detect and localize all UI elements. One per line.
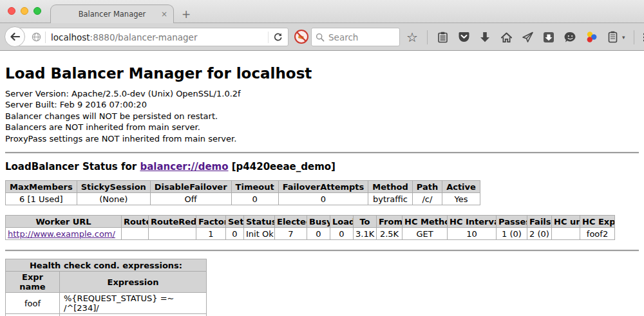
toolbar-separator — [634, 30, 634, 44]
search-icon — [316, 33, 325, 42]
browser-chrome: Balancer Manager × + localhost:8880/bala… — [0, 0, 644, 51]
globe-icon — [32, 32, 41, 42]
column-header: StickySession — [77, 181, 150, 193]
column-header: Active — [442, 181, 480, 193]
container-battery-icon[interactable] — [606, 31, 619, 44]
page-title: Load Balancer Manager for localhost — [5, 51, 639, 88]
chat-smiley-icon[interactable] — [564, 31, 576, 44]
column-header: Path — [412, 181, 442, 193]
table-header-row: MaxMembers StickySession DisableFailover… — [6, 181, 480, 193]
close-window-button[interactable] — [8, 7, 15, 15]
search-bar[interactable] — [311, 28, 400, 46]
health-table-title: Health check cond. expressions: — [6, 259, 207, 272]
column-header: From — [377, 216, 402, 228]
worker-table: Worker URL Route RouteRedir Factor Set S… — [5, 215, 615, 240]
expression-cell: hc('body') =~ /domain is established/ — [60, 314, 207, 316]
expr-name-cell: foof — [6, 293, 60, 314]
column-header: MaxMembers — [6, 181, 77, 193]
column-header: Route — [122, 216, 149, 228]
reload-button[interactable] — [273, 32, 283, 42]
load-cell: 0 — [330, 228, 354, 240]
maxmembers-cell: 6 [1 Used] — [6, 193, 77, 205]
close-tab-icon[interactable]: × — [161, 10, 167, 19]
routeredir-cell — [149, 228, 196, 240]
column-header: Passes — [497, 216, 527, 228]
table-row: 6 [1 Used] (None) Off 0 0 bytraffic /c/ … — [6, 193, 480, 205]
hc-expr-cell: foof2 — [580, 228, 615, 240]
column-header: FailoverAttempts — [278, 181, 368, 193]
content-blocked-icon[interactable] — [294, 29, 309, 44]
page-content: Load Balancer Manager for localhost Serv… — [0, 51, 644, 316]
send-tab-icon[interactable] — [521, 31, 534, 44]
clipboard-icon[interactable] — [436, 31, 449, 44]
url-text[interactable]: localhost:8880/balancer-manager — [51, 32, 268, 42]
factor-cell: 1 — [196, 228, 226, 240]
status-cell: Init Ok — [244, 228, 275, 240]
status-heading-suffix: [p4420eeae_demo] — [229, 161, 336, 172]
timeout-cell: 0 — [231, 193, 278, 205]
table-header-row: Worker URL Route RouteRedir Factor Set S… — [6, 216, 615, 228]
column-header: HC Method — [402, 216, 448, 228]
server-built-line: Server Built: Feb 9 2016 07:00:20 — [5, 99, 639, 110]
column-header: Factor — [196, 216, 226, 228]
fails-cell: 2 (0) — [527, 228, 552, 240]
server-version-line: Server Version: Apache/2.5.0-dev (Unix) … — [5, 88, 639, 99]
column-header: Timeout — [231, 181, 278, 193]
video-download-icon[interactable] — [542, 31, 555, 44]
column-header: Method — [368, 181, 412, 193]
method-cell: bytraffic — [368, 193, 412, 205]
worker-url-cell: http://www.example.com/ — [6, 228, 122, 240]
chevron-down-icon[interactable]: ▾ — [622, 34, 625, 41]
elected-cell: 7 — [275, 228, 307, 240]
address-bar[interactable]: localhost:8880/balancer-manager — [15, 28, 289, 46]
expr-name-cell: foof2 — [6, 314, 60, 316]
column-header: DisableFailover — [150, 181, 231, 193]
search-input[interactable] — [328, 32, 393, 42]
busy-cell: 0 — [307, 228, 330, 240]
browser-tab[interactable]: Balancer Manager × — [50, 5, 174, 23]
column-header: Set — [226, 216, 244, 228]
home-icon[interactable] — [500, 31, 513, 44]
pocket-icon[interactable] — [457, 31, 470, 44]
toolbar-separator — [427, 30, 428, 44]
back-arrow-icon — [10, 32, 20, 41]
colored-dots-icon[interactable] — [585, 31, 598, 44]
balancer-demo-link[interactable]: balancer://demo — [140, 161, 228, 172]
expression-cell: %{REQUEST_STATUS} =~ /^[234]/ — [60, 293, 207, 314]
zoom-window-button[interactable] — [33, 7, 41, 15]
disablefailover-cell: Off — [150, 193, 231, 205]
url-host: localhost — [51, 32, 90, 42]
status-heading-prefix: LoadBalancer Status for — [5, 161, 140, 172]
minimize-window-button[interactable] — [21, 7, 28, 15]
worker-url-link[interactable]: http://www.example.com/ — [8, 229, 115, 239]
route-cell — [122, 228, 149, 240]
new-tab-button[interactable]: + — [182, 8, 191, 21]
stickysession-cell: (None) — [77, 193, 150, 205]
path-cell: /c/ — [412, 193, 442, 205]
column-header: Elected — [275, 216, 307, 228]
passes-cell: 1 (0) — [497, 228, 527, 240]
failoverattempts-cell: 0 — [278, 193, 368, 205]
column-header: Expression — [60, 272, 207, 293]
column-header: Busy — [307, 216, 330, 228]
window-controls — [8, 7, 41, 15]
navigation-toolbar: localhost:8880/balancer-manager — [0, 23, 644, 51]
column-header: Fails — [527, 216, 552, 228]
active-cell: Yes — [442, 193, 480, 205]
downloads-icon[interactable] — [478, 31, 491, 44]
column-header: Load — [330, 216, 354, 228]
column-header: Status — [244, 216, 275, 228]
bookmark-star-icon[interactable]: ☆ — [406, 31, 419, 44]
divider — [5, 250, 639, 252]
window-titlebar: Balancer Manager × + — [0, 0, 644, 23]
to-cell: 3.1K — [354, 228, 377, 240]
column-header: To — [354, 216, 377, 228]
column-header: HC Expr — [580, 216, 615, 228]
column-header: HC uri — [552, 216, 580, 228]
column-header: Expr name — [6, 272, 60, 293]
hc-interval-cell: 10 — [448, 228, 497, 240]
health-check-table: Health check cond. expressions: Expr nam… — [5, 259, 207, 316]
table-header-row: Expr name Expression — [6, 272, 207, 293]
back-button[interactable] — [5, 26, 25, 47]
column-header: RouteRedir — [149, 216, 196, 228]
